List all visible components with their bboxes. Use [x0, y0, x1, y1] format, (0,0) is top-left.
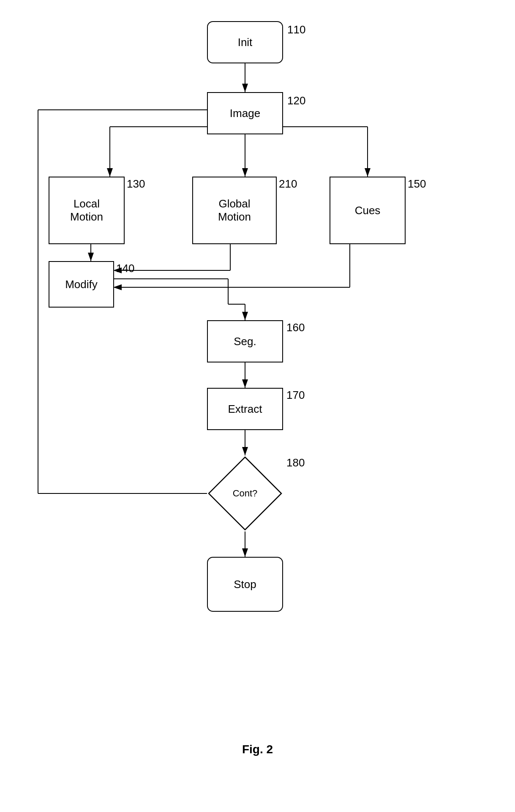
- cues-id: 150: [408, 177, 426, 191]
- init-id: 110: [287, 23, 305, 36]
- seg-id: 160: [286, 321, 305, 334]
- init-label: Init: [238, 36, 253, 49]
- cont-diamond: Cont?: [207, 455, 283, 531]
- seg-box: Seg.: [207, 320, 283, 362]
- extract-box: Extract: [207, 388, 283, 430]
- flowchart-diagram: Init 110 Image 120 Local Motion 130 Glob…: [0, 0, 515, 782]
- global-motion-id: 210: [279, 177, 297, 191]
- svg-text:Cont?: Cont?: [233, 488, 258, 499]
- image-id: 120: [287, 94, 305, 107]
- init-box: Init: [207, 21, 283, 63]
- image-label: Image: [230, 107, 260, 120]
- local-motion-label: Local Motion: [70, 197, 103, 223]
- global-motion-label: Global Motion: [218, 197, 251, 223]
- modify-id: 140: [116, 262, 134, 275]
- cues-label: Cues: [355, 204, 381, 217]
- extract-label: Extract: [228, 403, 262, 416]
- stop-label: Stop: [234, 578, 256, 591]
- global-motion-box: Global Motion: [192, 177, 277, 244]
- cues-box: Cues: [330, 177, 406, 244]
- figure-label: Fig. 2: [242, 743, 273, 756]
- stop-box: Stop: [207, 557, 283, 612]
- modify-label: Modify: [65, 278, 98, 291]
- seg-label: Seg.: [234, 335, 256, 348]
- local-motion-id: 130: [127, 177, 145, 191]
- extract-id: 170: [286, 389, 305, 402]
- image-box: Image: [207, 92, 283, 134]
- local-motion-box: Local Motion: [49, 177, 125, 244]
- modify-box: Modify: [49, 261, 114, 308]
- cont-id: 180: [286, 456, 305, 469]
